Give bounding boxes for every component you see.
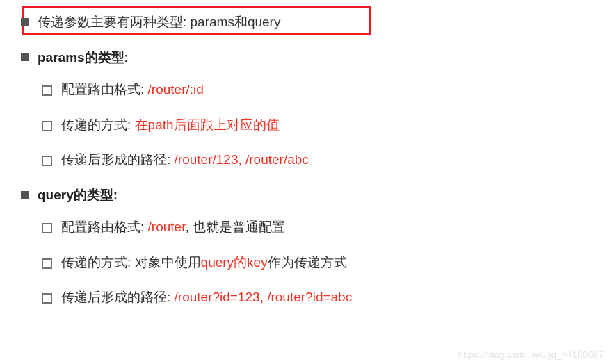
query-item-method: 传递的方式: 对象中使用query的key作为传递方式 [38, 253, 605, 273]
query-item-result: 传递后形成的路径: /router?id=123, /router?id=abc [38, 288, 605, 308]
watermark: https://blog.csdn.net/qq_44166697 [458, 349, 604, 360]
value-tail: , 也就是普通配置 [185, 220, 285, 234]
intro-text: 传递参数主要有两种类型: params和query [38, 15, 280, 29]
query-item-format: 配置路由格式: /router, 也就是普通配置 [38, 217, 605, 238]
label: 传递后形成的路径: [61, 290, 175, 304]
intro-line: 传递参数主要有两种类型: params和query [7, 13, 605, 33]
params-sublist: 配置路由格式: /router/:id 传递的方式: 在path后面跟上对应的值… [38, 80, 605, 170]
section-params-title: params的类型: [38, 50, 129, 65]
label: 传递的方式: [61, 117, 135, 132]
section-query-title: query的类型: [38, 188, 118, 202]
params-item-method: 传递的方式: 在path后面跟上对应的值 [38, 115, 605, 135]
label: 配置路由格式: [61, 220, 148, 234]
value: /router/:id [148, 82, 204, 97]
label: 传递后形成的路径: [61, 152, 175, 167]
label: 传递的方式: 对象中使用 [61, 255, 201, 270]
value-tail: 作为传递方式 [268, 255, 347, 270]
value: 在path后面跟上对应的值 [135, 117, 280, 132]
params-item-format: 配置路由格式: /router/:id [38, 80, 605, 100]
value-red: /router?id=123, /router?id=abc [175, 290, 353, 304]
main-list: 传递参数主要有两种类型: params和query params的类型: 配置路… [7, 13, 605, 308]
value-red: /router [148, 220, 186, 234]
section-params: params的类型: 配置路由格式: /router/:id 传递的方式: 在p… [7, 48, 605, 170]
value: /router/123, /router/abc [175, 152, 309, 167]
value-red: query的key [201, 255, 268, 270]
params-item-result: 传递后形成的路径: /router/123, /router/abc [38, 150, 605, 170]
section-query: query的类型: 配置路由格式: /router, 也就是普通配置 传递的方式… [7, 185, 605, 308]
query-sublist: 配置路由格式: /router, 也就是普通配置 传递的方式: 对象中使用que… [38, 217, 605, 308]
label: 配置路由格式: [61, 82, 148, 97]
